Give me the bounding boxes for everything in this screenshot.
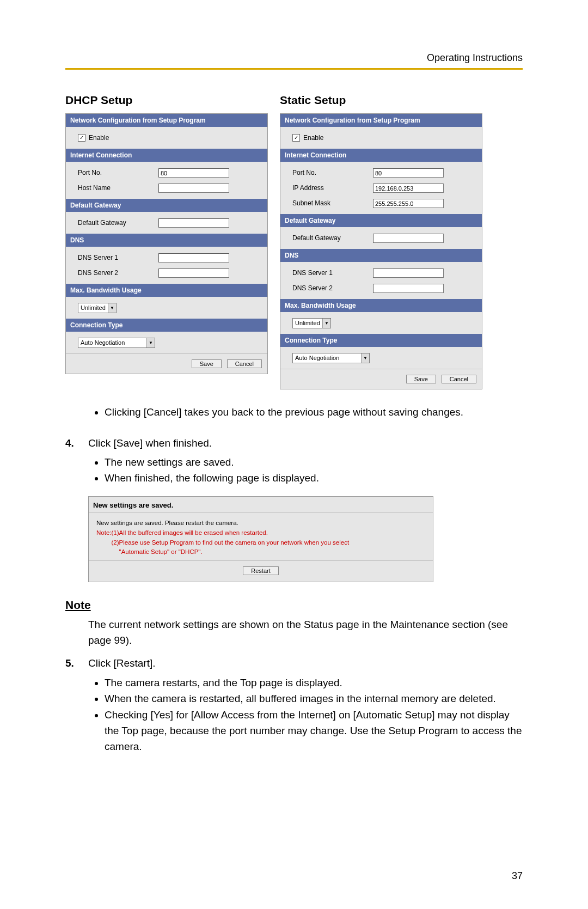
chevron-down-icon: ▼ [108, 303, 116, 313]
step-number-4: 4. [65, 436, 88, 452]
gateway-input[interactable] [158, 218, 229, 228]
hostname-label: Host Name [78, 184, 158, 192]
check-icon[interactable]: ✓ [292, 134, 300, 142]
dhcp-section-internet: Internet Connection [66, 149, 267, 162]
static-section-gateway: Default Gateway [280, 214, 482, 227]
note-body: The current network settings are shown o… [88, 617, 523, 648]
mask-label: Subnet Mask [292, 199, 373, 207]
port-input[interactable]: 80 [373, 168, 444, 178]
ip-input[interactable]: 192.168.0.253 [373, 184, 444, 193]
gateway-label: Default Gateway [292, 234, 373, 242]
static-section-bw: Max. Bandwidth Usage [280, 299, 482, 312]
dns1-input[interactable] [373, 269, 444, 278]
hostname-input[interactable] [158, 184, 229, 193]
dns2-input[interactable] [158, 269, 229, 278]
bandwidth-select[interactable]: Unlimited▼ [292, 318, 331, 328]
port-input[interactable]: 80 [158, 168, 229, 178]
step-5-text: Click [Restart]. [88, 656, 156, 672]
dhcp-section-conn: Connection Type [66, 319, 267, 332]
connection-value: Auto Negotiation [78, 339, 127, 346]
dhcp-title: DHCP Setup [65, 94, 268, 107]
step-5-bullet: The camera restarts, and the Top page is… [105, 675, 523, 691]
mask-input[interactable]: 255.255.255.0 [373, 199, 444, 208]
saved-note1: (1)All the buffered images will be erase… [112, 529, 268, 536]
setup-columns: DHCP Setup Network Configuration from Se… [65, 94, 523, 389]
enable-label: Enable [89, 134, 109, 142]
dns1-label: DNS Server 1 [78, 254, 158, 261]
doc-title: Operating Instructions [65, 52, 523, 64]
gateway-input[interactable] [373, 234, 444, 243]
dhcp-section-gateway: Default Gateway [66, 199, 267, 212]
save-button[interactable]: Save [406, 375, 436, 383]
step-5-bullet: When the camera is restarted, all buffer… [105, 691, 523, 706]
chevron-down-icon: ▼ [322, 319, 330, 328]
saved-note-label: Note: [96, 529, 112, 536]
gateway-label: Default Gateway [78, 219, 158, 227]
bullet-cancel-note: Clicking [Cancel] takes you back to the … [105, 405, 523, 420]
saved-note2a: (2)Please use Setup Program to find out … [112, 539, 350, 546]
header-rule [65, 68, 523, 70]
bandwidth-value: Unlimited [293, 320, 322, 326]
step-number-5: 5. [65, 656, 88, 672]
step-4-bullet: When finished, the following page is dis… [105, 470, 523, 486]
ip-label: IP Address [292, 184, 373, 192]
dns1-input[interactable] [158, 253, 229, 263]
step-4-bullet: The new settings are saved. [105, 454, 523, 470]
bandwidth-value: Unlimited [78, 304, 108, 311]
dhcp-section-dns: DNS [66, 234, 267, 247]
note-heading: Note [65, 599, 523, 612]
port-label: Port No. [292, 169, 373, 176]
save-button[interactable]: Save [192, 359, 222, 368]
page-number: 37 [512, 870, 523, 882]
dhcp-column: DHCP Setup Network Configuration from Se… [65, 94, 268, 389]
static-section-netconf: Network Configuration from Setup Program [280, 114, 482, 127]
step-4-text: Click [Save] when finished. [88, 436, 212, 452]
port-label: Port No. [78, 169, 158, 176]
cancel-button[interactable]: Cancel [442, 375, 476, 383]
static-section-dns: DNS [280, 249, 482, 262]
dns2-input[interactable] [373, 284, 444, 293]
connection-select[interactable]: Auto Negotiation▼ [292, 353, 370, 363]
restart-button[interactable]: Restart [243, 566, 278, 575]
dns2-label: DNS Server 2 [292, 284, 373, 292]
connection-select[interactable]: Auto Negotiation▼ [78, 338, 155, 348]
dhcp-section-netconf: Network Configuration from Setup Program [66, 114, 267, 127]
static-title: Static Setup [280, 94, 482, 107]
enable-label: Enable [303, 134, 323, 142]
body-text: Clicking [Cancel] takes you back to the … [65, 405, 523, 755]
chevron-down-icon: ▼ [146, 338, 155, 347]
saved-note2b: "Automatic Setup" or "DHCP". [119, 548, 203, 555]
static-section-internet: Internet Connection [280, 149, 482, 162]
connection-value: Auto Negotiation [293, 355, 341, 361]
saved-heading: New settings are saved. [89, 497, 433, 513]
bandwidth-select[interactable]: Unlimited▼ [78, 303, 117, 313]
manual-page: Operating Instructions DHCP Setup Networ… [0, 0, 588, 909]
cancel-button[interactable]: Cancel [227, 359, 262, 368]
dns2-label: DNS Server 2 [78, 269, 158, 277]
chevron-down-icon: ▼ [361, 353, 369, 363]
dns1-label: DNS Server 1 [292, 269, 373, 277]
dhcp-panel: Network Configuration from Setup Program… [65, 113, 268, 374]
check-icon[interactable]: ✓ [78, 134, 85, 142]
static-panel: Network Configuration from Setup Program… [280, 113, 482, 389]
saved-line1: New settings are saved. Please restart t… [96, 518, 426, 528]
static-column: Static Setup Network Configuration from … [280, 94, 482, 389]
step-5-bullet: Checking [Yes] for [Allow Access from th… [105, 707, 523, 755]
saved-settings-panel: New settings are saved. New settings are… [88, 496, 433, 582]
static-section-conn: Connection Type [280, 334, 482, 347]
dhcp-section-bw: Max. Bandwidth Usage [66, 284, 267, 297]
